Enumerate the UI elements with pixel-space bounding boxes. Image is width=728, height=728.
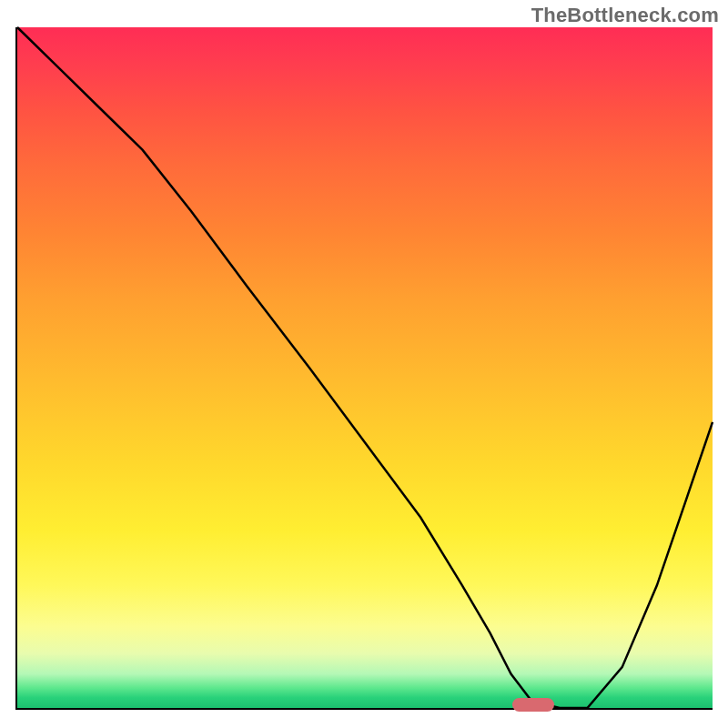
bottleneck-curve (17, 27, 713, 708)
chart-area (15, 27, 713, 710)
watermark-label: TheBottleneck.com (531, 4, 719, 27)
optimal-point-marker (512, 698, 554, 712)
